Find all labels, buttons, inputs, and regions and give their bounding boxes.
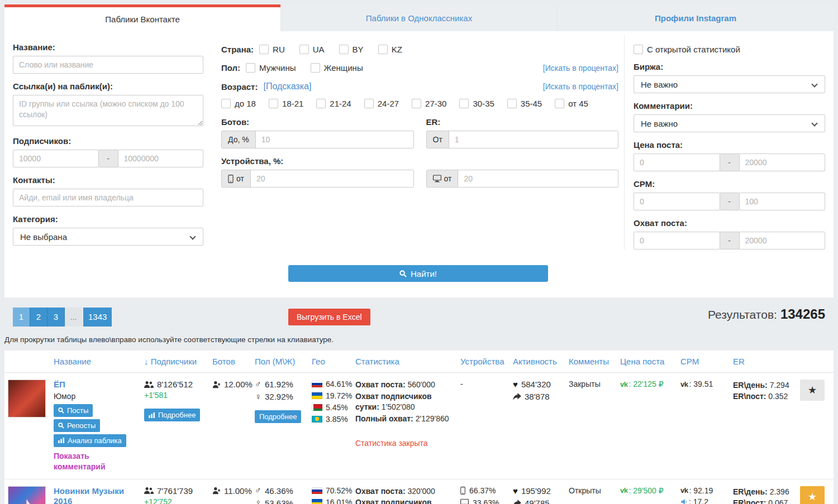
er-day-label: ER\день: xyxy=(733,487,768,496)
favorite-button[interactable]: ★ xyxy=(800,486,825,504)
reposts-button-label: Репосты xyxy=(67,421,96,430)
checkbox-country-ru[interactable] xyxy=(259,45,269,54)
group-name-link[interactable]: Новинки Музыки 2016 xyxy=(54,486,137,504)
checkbox-gender-female[interactable] xyxy=(311,63,320,73)
checkbox-age-under18[interactable] xyxy=(221,99,231,108)
name-input[interactable] xyxy=(13,56,203,74)
page-button-1[interactable]: 1 xyxy=(13,308,30,327)
cpm-to-input[interactable] xyxy=(739,193,826,210)
tab-vk-publics[interactable]: Паблики Вконтакте xyxy=(4,4,280,31)
subscribers-group-icon xyxy=(144,487,154,495)
post-reach-from-input[interactable] xyxy=(634,232,720,249)
er-prefix: От xyxy=(427,131,449,148)
post-price-from-input[interactable] xyxy=(634,153,720,171)
cpm-label: CPM: xyxy=(634,179,825,189)
devices-mobile-percent: 66.37% xyxy=(469,486,496,495)
stat-label: Охват подписчиков сутки: xyxy=(355,498,432,504)
results-total: Результатов:134265 xyxy=(708,306,825,322)
col-geo[interactable]: Гео xyxy=(308,351,352,373)
post-reach-to-input[interactable] xyxy=(739,232,826,249)
col-cpm[interactable]: CPM xyxy=(677,351,730,373)
col-comments[interactable]: Комменты xyxy=(565,351,617,373)
checkbox-age-21-24[interactable] xyxy=(316,99,326,108)
gender-percent-link[interactable]: [Искать в процентах] xyxy=(543,64,618,73)
checkbox-age-27-30[interactable] xyxy=(412,99,421,108)
checkbox-age-35-45[interactable] xyxy=(507,99,517,108)
show-comment-link[interactable]: Показать комментарий xyxy=(54,451,137,472)
range-separator: - xyxy=(720,153,739,171)
age-hint-link[interactable]: [Подсказка] xyxy=(263,81,311,92)
bots-input-group: До, % xyxy=(221,131,414,148)
subscribers-details-button[interactable]: Подробнее xyxy=(144,409,200,421)
checkbox-country-by[interactable] xyxy=(339,45,349,54)
page-button-3[interactable]: 3 xyxy=(47,308,65,327)
stat-label: Полный охват: xyxy=(355,414,413,423)
gender-details-button[interactable]: Подробнее xyxy=(255,410,301,423)
er-input-group: От xyxy=(426,131,619,148)
search-button[interactable]: Найти! xyxy=(288,265,548,282)
subscribers-to-input[interactable] xyxy=(118,150,204,167)
female-icon: ♀ xyxy=(255,498,261,504)
group-avatar[interactable] xyxy=(8,380,46,417)
checkbox-open-stats[interactable] xyxy=(634,45,643,54)
comments-status: Закрыты xyxy=(569,380,601,388)
checkbox-age-30-35[interactable] xyxy=(459,99,469,108)
age-percent-link[interactable]: [Искать в процентах] xyxy=(543,82,618,91)
er-input[interactable] xyxy=(449,131,618,148)
contacts-input[interactable] xyxy=(13,189,203,207)
age-option-label: 35-45 xyxy=(521,99,542,108)
col-bots[interactable]: Ботов xyxy=(209,351,251,373)
checkbox-age-24-27[interactable] xyxy=(364,99,374,108)
devices-desktop-input[interactable] xyxy=(458,170,618,187)
subscribers-from-input[interactable] xyxy=(13,150,99,167)
favorite-button[interactable]: ★ xyxy=(800,380,825,401)
cpm-from-input[interactable] xyxy=(634,193,720,210)
results-total-label: Результатов: xyxy=(708,308,777,321)
stats-closed-link[interactable]: Статистика закрыта xyxy=(355,439,454,448)
group-avatar[interactable]: ♪ xyxy=(8,486,46,504)
col-subscribers[interactable]: ↓ Подписчики xyxy=(141,351,209,373)
open-stats-label: С открытой статистикой xyxy=(647,45,740,54)
analyze-public-button[interactable]: Анализ паблика xyxy=(54,434,126,447)
exchange-select[interactable]: Не важно xyxy=(634,75,825,93)
col-devices[interactable]: Устройства xyxy=(457,351,510,373)
posts-button[interactable]: Посты xyxy=(54,404,93,417)
bots-label: Ботов: xyxy=(221,117,414,127)
vk-icon: vk xyxy=(620,486,627,495)
col-name[interactable]: Название xyxy=(50,351,141,373)
col-activity[interactable]: Активность xyxy=(510,351,565,373)
checkbox-country-kz[interactable] xyxy=(378,45,388,54)
checkbox-age-18-21[interactable] xyxy=(269,99,278,108)
devices-mobile-input[interactable] xyxy=(251,170,413,187)
tab-ok-publics[interactable]: Паблики в Одноклассниках xyxy=(280,4,557,31)
page-button-2[interactable]: 2 xyxy=(30,308,47,327)
male-percent: 46.36% xyxy=(265,486,293,496)
col-gender[interactable]: Пол (М\Ж) xyxy=(251,351,308,373)
search-button-label: Найти! xyxy=(411,269,437,279)
comments-select[interactable]: Не важно xyxy=(634,114,825,132)
bots-input[interactable] xyxy=(256,131,413,148)
category-select[interactable]: Не выбрана xyxy=(13,228,203,246)
col-stats[interactable]: Статистика xyxy=(352,351,457,373)
page-button-last[interactable]: 1343 xyxy=(83,308,112,327)
tab-instagram-profiles[interactable]: Профили Instagram xyxy=(557,4,834,31)
chevron-down-icon xyxy=(189,233,196,239)
analyze-button-label: Анализ паблика xyxy=(68,436,122,445)
checkbox-gender-male[interactable] xyxy=(246,63,255,73)
checkbox-country-ua[interactable] xyxy=(299,45,309,54)
checkbox-age-over45[interactable] xyxy=(555,99,564,108)
links-textarea[interactable] xyxy=(13,95,203,126)
chart-icon xyxy=(149,412,155,418)
subscribers-growth: +1'581 xyxy=(144,391,206,400)
col-er[interactable]: ER xyxy=(730,351,797,373)
export-excel-button[interactable]: Выгрузить в Excel xyxy=(288,309,370,325)
sort-desc-icon: ↓ xyxy=(144,357,149,366)
post-price-to-input[interactable] xyxy=(739,153,826,171)
group-name-link[interactable]: ЁП xyxy=(54,380,137,390)
col-price[interactable]: Цена поста xyxy=(617,351,677,373)
age-option-label: 18-21 xyxy=(282,99,303,108)
country-kz-label: KZ xyxy=(392,45,402,54)
cpm-range: - xyxy=(634,193,825,210)
flag-by-icon xyxy=(312,404,322,411)
reposts-button[interactable]: Репосты xyxy=(54,419,100,432)
